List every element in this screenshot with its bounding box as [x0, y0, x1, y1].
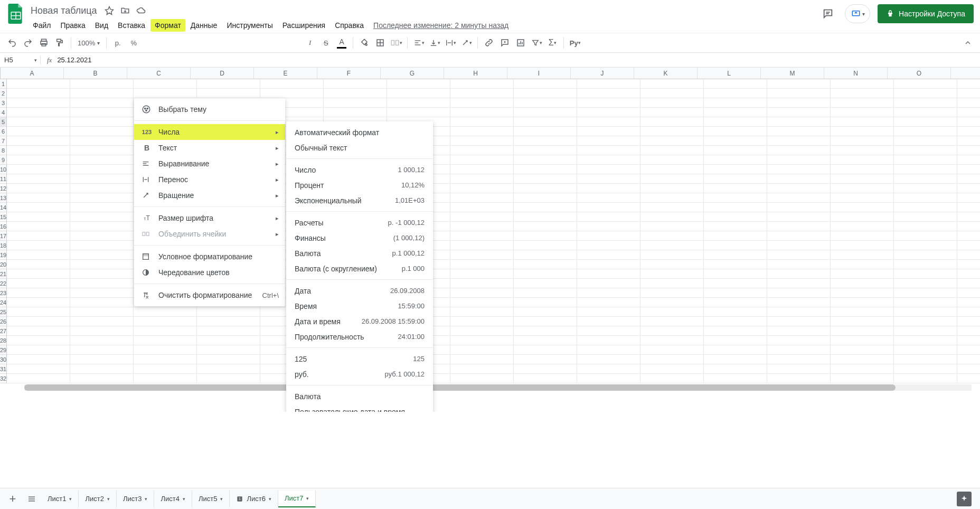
- cell[interactable]: [450, 174, 514, 184]
- cell[interactable]: [577, 79, 640, 89]
- cell[interactable]: [514, 250, 577, 260]
- cell[interactable]: [704, 117, 767, 127]
- cell[interactable]: [767, 241, 831, 250]
- cell[interactable]: [70, 279, 134, 288]
- cell[interactable]: [70, 364, 134, 374]
- cell[interactable]: [704, 288, 767, 298]
- cell[interactable]: [831, 136, 894, 146]
- cell[interactable]: [577, 108, 640, 117]
- cell[interactable]: [640, 364, 704, 374]
- cell[interactable]: [831, 146, 894, 155]
- cell[interactable]: [767, 203, 831, 212]
- cell[interactable]: [70, 288, 134, 298]
- cell[interactable]: [831, 326, 894, 336]
- column-header[interactable]: A: [1, 68, 64, 79]
- cell[interactable]: [894, 288, 957, 298]
- cell[interactable]: [7, 98, 70, 108]
- cell[interactable]: [957, 212, 980, 222]
- row-header[interactable]: 28: [0, 336, 6, 345]
- cell[interactable]: [894, 260, 957, 269]
- cell[interactable]: [957, 231, 980, 241]
- cell[interactable]: [767, 250, 831, 260]
- menu-font-size[interactable]: тT Размер шрифта▸: [134, 210, 285, 226]
- chevron-down-icon[interactable]: ▾: [183, 496, 185, 502]
- cell[interactable]: [640, 79, 704, 89]
- cell[interactable]: [640, 212, 704, 222]
- cell[interactable]: [704, 127, 767, 136]
- row-header[interactable]: 18: [0, 241, 6, 250]
- cell[interactable]: [7, 326, 70, 336]
- cell[interactable]: [704, 307, 767, 317]
- cell[interactable]: [577, 136, 640, 146]
- cell[interactable]: [957, 241, 980, 250]
- cell[interactable]: [831, 298, 894, 307]
- sheet-tab[interactable]: Лист1▾: [41, 491, 79, 507]
- cell[interactable]: [704, 193, 767, 203]
- number-format-option[interactable]: Валюта (с округлением)р.1 000: [286, 261, 433, 276]
- cell[interactable]: [450, 155, 514, 165]
- cell[interactable]: [767, 174, 831, 184]
- cell[interactable]: [134, 355, 197, 364]
- row-header[interactable]: 32: [0, 374, 6, 383]
- cell[interactable]: [70, 136, 134, 146]
- cell[interactable]: [640, 117, 704, 127]
- cell[interactable]: [7, 127, 70, 136]
- cell[interactable]: [324, 89, 387, 98]
- cell[interactable]: [70, 155, 134, 165]
- cell[interactable]: [704, 89, 767, 98]
- cell[interactable]: [704, 317, 767, 326]
- row-header[interactable]: 7: [0, 136, 6, 146]
- spreadsheet-grid[interactable]: ABCDEFGHIJKLMNOP 12345678910111213141516…: [0, 68, 980, 412]
- cell[interactable]: [7, 241, 70, 250]
- formula-input[interactable]: 25.12.2021: [57, 56, 91, 64]
- number-format-option[interactable]: Обычный текст: [286, 140, 433, 155]
- cell[interactable]: [767, 108, 831, 117]
- cell[interactable]: [450, 260, 514, 269]
- menu-wrapping[interactable]: Перенос▸: [134, 172, 285, 187]
- cell[interactable]: [894, 155, 957, 165]
- row-header[interactable]: 21: [0, 269, 6, 279]
- chevron-down-icon[interactable]: ▾: [107, 496, 110, 502]
- cell[interactable]: [324, 108, 387, 117]
- cell[interactable]: [324, 79, 387, 89]
- cell[interactable]: [450, 307, 514, 317]
- cell[interactable]: [70, 212, 134, 222]
- column-header[interactable]: K: [634, 68, 698, 79]
- cell[interactable]: [7, 345, 70, 355]
- cell[interactable]: [957, 165, 980, 174]
- cell[interactable]: [577, 317, 640, 326]
- italic-icon[interactable]: I: [303, 36, 317, 50]
- cell[interactable]: [957, 336, 980, 345]
- cell[interactable]: [767, 79, 831, 89]
- cell[interactable]: [514, 307, 577, 317]
- cell[interactable]: [894, 364, 957, 374]
- cell[interactable]: [704, 374, 767, 383]
- menu-insert[interactable]: Вставка: [114, 19, 149, 32]
- cell[interactable]: [640, 336, 704, 345]
- cell[interactable]: [260, 79, 324, 89]
- cell[interactable]: [7, 317, 70, 326]
- cell[interactable]: [957, 117, 980, 127]
- cell[interactable]: [957, 146, 980, 155]
- number-format-option[interactable]: Процент10,12%: [286, 177, 433, 193]
- cell[interactable]: [704, 222, 767, 231]
- row-header[interactable]: 26: [0, 317, 6, 326]
- cell[interactable]: [957, 326, 980, 336]
- cell[interactable]: [577, 165, 640, 174]
- cell[interactable]: [514, 260, 577, 269]
- cell[interactable]: [831, 203, 894, 212]
- cell[interactable]: [197, 307, 260, 317]
- cell[interactable]: [450, 203, 514, 212]
- cell[interactable]: [577, 184, 640, 193]
- cell[interactable]: [767, 212, 831, 222]
- menu-conditional-formatting[interactable]: Условное форматирование: [134, 249, 285, 265]
- cell[interactable]: [514, 212, 577, 222]
- cell[interactable]: [957, 174, 980, 184]
- cell[interactable]: [577, 146, 640, 155]
- star-icon[interactable]: [105, 6, 114, 15]
- cell[interactable]: [704, 231, 767, 241]
- cell[interactable]: [894, 146, 957, 155]
- cell[interactable]: [450, 79, 514, 89]
- cell[interactable]: [831, 241, 894, 250]
- cell[interactable]: [134, 89, 197, 98]
